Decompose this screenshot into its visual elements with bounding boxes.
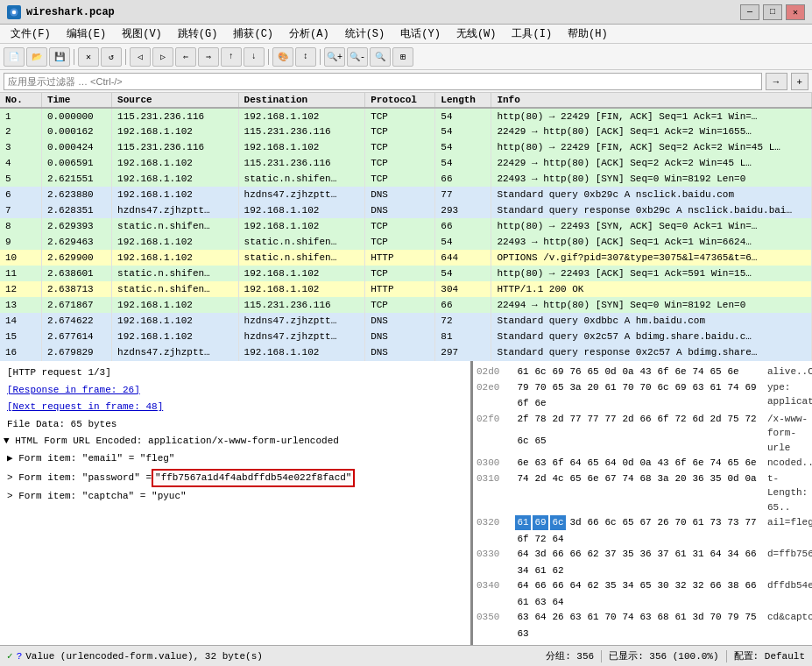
hex-byte: 20 <box>673 471 688 515</box>
menu-go[interactable]: 跳转(G) <box>171 25 225 43</box>
table-cell: http(80) → 22493 [ACK] Seq=1 Ack=591 Win… <box>491 266 812 281</box>
table-row[interactable]: 20.000162192.168.1.102115.231.236.116TCP… <box>0 124 812 139</box>
toolbar-sep2 <box>125 49 126 65</box>
hex-byte: 65 <box>708 365 724 379</box>
toolbar-zoom-out[interactable]: 🔍- <box>347 47 368 67</box>
table-row[interactable]: 122.638713static.n.shifen…192.168.1.102H… <box>0 281 812 297</box>
table-cell: 2.671867 <box>41 297 111 313</box>
hex-byte: 66 <box>585 515 601 530</box>
toolbar-next[interactable]: ⇒ <box>198 47 219 67</box>
toolbar-prev[interactable]: ⇐ <box>175 47 196 67</box>
detail-line[interactable]: > Form item: "password" = "ffb7567a1d4f4… <box>4 468 467 489</box>
hex-byte: 69 <box>673 380 688 395</box>
col-dst[interactable]: Destination <box>238 93 365 108</box>
detail-line[interactable]: ▼ HTML Form URL Encoded: application/x-w… <box>4 433 467 450</box>
menu-analyze[interactable]: 分析(A) <box>282 25 336 43</box>
toolbar-save[interactable]: 💾 <box>49 47 70 67</box>
table-cell: 8 <box>0 218 41 234</box>
table-cell: 66 <box>435 297 491 313</box>
table-row[interactable]: 142.674622192.168.1.102hzdns47.zjhzptt…D… <box>0 313 812 329</box>
table-row[interactable]: 92.629463192.168.1.102static.n.shifen…TC… <box>0 234 812 250</box>
table-row[interactable]: 162.679829hzdns47.zjhzptt…192.168.1.102D… <box>0 344 812 360</box>
table-cell: 15 <box>0 329 41 344</box>
table-cell: 2.623880 <box>41 187 111 202</box>
table-cell: Standard query 0xdbbc A hm.baidu.com <box>491 313 812 329</box>
hex-byte: 34 <box>725 547 741 562</box>
maximize-button[interactable]: □ <box>763 4 782 20</box>
table-cell: Standard query response 0xb29c A nsclick… <box>491 202 812 218</box>
table-row[interactable]: 102.629900192.168.1.102static.n.shifen…H… <box>0 250 812 266</box>
hex-byte: 77 <box>743 515 759 530</box>
table-cell: 192.168.1.102 <box>238 202 365 218</box>
table-cell: 22494 → http(80) [SYN] Seq=0 Win=8192 Le… <box>491 297 812 313</box>
hex-byte: 64 <box>568 578 583 593</box>
hex-bytes: 643d666662373536376131643466346162 <box>515 547 760 577</box>
col-proto[interactable]: Protocol <box>365 93 435 108</box>
filter-arrow-btn[interactable]: → <box>766 73 787 90</box>
toolbar-zoom-reset[interactable]: 🔍 <box>370 47 391 67</box>
table-cell: 2.621551 <box>41 171 111 187</box>
table-row[interactable]: 112.638601static.n.shifen…192.168.1.102T… <box>0 266 812 281</box>
toolbar-back[interactable]: ◁ <box>130 47 151 67</box>
filter-input[interactable] <box>4 73 762 90</box>
table-row[interactable]: 10.000000115.231.236.116192.168.1.102TCP… <box>0 108 812 124</box>
toolbar-new[interactable]: 📄 <box>4 47 25 67</box>
table-cell: 293 <box>435 202 491 218</box>
detail-line[interactable]: > Form item: "captcha" = "pyuc" <box>4 488 467 506</box>
table-row[interactable]: 72.628351hzdns47.zjhzptt…192.168.1.102DN… <box>0 202 812 218</box>
table-cell: 192.168.1.102 <box>112 297 239 313</box>
hex-byte: 37 <box>655 547 671 562</box>
filter-add-btn[interactable]: + <box>791 73 808 90</box>
menu-help[interactable]: 帮助(H) <box>561 25 615 43</box>
toolbar-autoscroll[interactable]: ↕ <box>295 47 316 67</box>
toolbar-up[interactable]: ↑ <box>221 47 242 67</box>
menu-file[interactable]: 文件(F) <box>4 25 58 43</box>
hex-ascii: ype: applicatio <box>767 380 812 411</box>
table-cell: TCP <box>365 139 435 155</box>
hex-byte: 70 <box>603 610 618 625</box>
detail-line[interactable]: [Next request in frame: 48] <box>4 399 467 416</box>
toolbar-open[interactable]: 📂 <box>26 47 47 67</box>
packet-list[interactable]: No. Time Source Destination Protocol Len… <box>0 93 812 361</box>
col-info[interactable]: Info <box>491 93 812 108</box>
hex-byte: 34 <box>515 563 531 578</box>
menu-edit[interactable]: 编辑(E) <box>60 25 114 43</box>
hex-byte: 6f <box>655 365 671 379</box>
hex-byte: 32 <box>690 578 706 593</box>
table-row[interactable]: 30.000424115.231.236.116192.168.1.102TCP… <box>0 139 812 155</box>
toolbar-fwd[interactable]: ▷ <box>152 47 173 67</box>
hex-byte: 77 <box>603 412 618 433</box>
table-row[interactable]: 82.629393static.n.shifen…192.168.1.102TC… <box>0 218 812 234</box>
table-row[interactable]: 62.623880192.168.1.102hzdns47.zjhzptt…DN… <box>0 187 812 202</box>
table-cell: 297 <box>435 344 491 360</box>
hex-row: 02e07970653a206170706c69636174696f6eype:… <box>477 380 808 411</box>
table-cell: DNS <box>365 313 435 329</box>
toolbar-zoom-in[interactable]: 🔍+ <box>324 47 345 67</box>
col-time[interactable]: Time <box>41 93 111 108</box>
table-row[interactable]: 152.677614192.168.1.102hzdns47.zjhzptt…D… <box>0 329 812 344</box>
menu-capture[interactable]: 捕获(C) <box>226 25 280 43</box>
hex-bytes: 6e636f6465640d0a436f6e74656e <box>515 456 760 471</box>
table-row[interactable]: 52.621551192.168.1.102static.n.shifen…TC… <box>0 171 812 187</box>
col-no[interactable]: No. <box>0 93 41 108</box>
menu-phone[interactable]: 电话(Y) <box>393 25 448 43</box>
menu-view[interactable]: 视图(V) <box>115 25 169 43</box>
detail-line[interactable]: ▶ Form item: "email" = "fleg" <box>4 450 467 468</box>
table-row[interactable]: 132.671867192.168.1.102115.231.236.116TC… <box>0 297 812 313</box>
col-len[interactable]: Length <box>435 93 491 108</box>
menu-tools[interactable]: 工具(I) <box>505 25 559 43</box>
hex-byte: 61 <box>673 610 688 625</box>
toolbar-zoom-fit[interactable]: ⊞ <box>392 47 413 67</box>
close-button[interactable]: ✕ <box>786 4 805 20</box>
table-row[interactable]: 40.006591192.168.1.102115.231.236.116TCP… <box>0 155 812 171</box>
detail-line[interactable]: [Response in frame: 26] <box>4 382 467 400</box>
menu-wireless[interactable]: 无线(W) <box>449 25 504 43</box>
col-src[interactable]: Source <box>112 93 239 108</box>
toolbar-close[interactable]: ✕ <box>78 47 99 67</box>
toolbar-colorize[interactable]: 🎨 <box>272 47 293 67</box>
hex-byte: 73 <box>708 515 724 530</box>
toolbar-down[interactable]: ↓ <box>244 47 265 67</box>
minimize-button[interactable]: — <box>740 4 759 20</box>
menu-stats[interactable]: 统计(S) <box>338 25 392 43</box>
toolbar-reload[interactable]: ↺ <box>101 47 122 67</box>
